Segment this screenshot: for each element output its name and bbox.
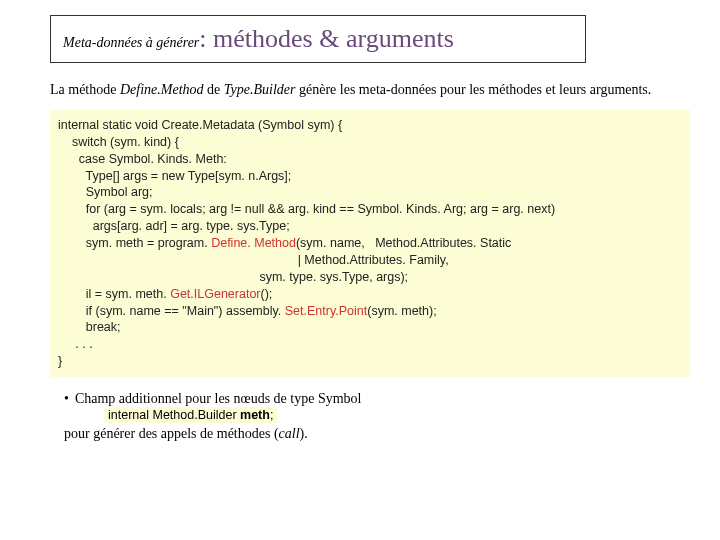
- code-l10: sym. type. sys.Type, args);: [58, 270, 408, 284]
- inline-c: ;: [270, 408, 273, 422]
- bullet-item: • Champ additionnel pour les nœuds de ty…: [64, 391, 690, 407]
- code-l1: internal static void Create.Metadata (Sy…: [58, 118, 342, 132]
- intro-m1: Define.Method: [120, 82, 204, 97]
- title-box: Meta-données à générer: méthodes & argum…: [50, 15, 586, 63]
- code-l8a: sym. meth = program.: [58, 236, 211, 250]
- code-l8b: Define. Method: [211, 236, 296, 250]
- intro-t2: de: [204, 82, 224, 97]
- bullet-after: pour générer des appels de méthodes (cal…: [64, 426, 690, 442]
- code-l14: . . .: [58, 337, 93, 351]
- code-block: internal static void Create.Metadata (Sy…: [50, 110, 690, 377]
- code-l11a: il = sym. meth.: [58, 287, 170, 301]
- inline-a: internal Method.Builder: [108, 408, 240, 422]
- code-l4: Type[] args = new Type[sym. n.Args];: [58, 169, 291, 183]
- after-b: call: [279, 426, 300, 441]
- code-l13: break;: [58, 320, 121, 334]
- code-l11c: ();: [261, 287, 273, 301]
- inline-b: meth: [240, 408, 270, 422]
- title-prefix: Meta-données à générer: [63, 35, 199, 50]
- title-main: méthodes & arguments: [213, 24, 454, 53]
- bullet-section: • Champ additionnel pour les nœuds de ty…: [64, 391, 690, 442]
- code-l12c: (sym. meth);: [367, 304, 436, 318]
- bullet-dot-icon: •: [64, 391, 69, 407]
- code-l2: switch (sym. kind) {: [58, 135, 179, 149]
- intro-paragraph: La méthode Define.Method de Type.Builder…: [50, 81, 690, 100]
- code-l9: | Method.Attributes. Family,: [58, 253, 449, 267]
- code-l8c: (sym. name, Method.Attributes. Static: [296, 236, 511, 250]
- code-l3: case Symbol. Kinds. Meth:: [58, 152, 227, 166]
- code-l12a: if (sym. name == "Main") assembly.: [58, 304, 285, 318]
- intro-m2: Type.Builder: [224, 82, 296, 97]
- after-a: pour générer des appels de méthodes (: [64, 426, 279, 441]
- code-l15: }: [58, 354, 62, 368]
- slide: Meta-données à générer: méthodes & argum…: [0, 0, 720, 457]
- code-l7: args[arg. adr] = arg. type. sys.Type;: [58, 219, 290, 233]
- code-l5: Symbol arg;: [58, 185, 152, 199]
- code-l6: for (arg = sym. locals; arg != null && a…: [58, 202, 555, 216]
- code-l11b: Get.ILGenerator: [170, 287, 260, 301]
- code-l12b: Set.Entry.Point: [285, 304, 367, 318]
- bullet-text: Champ additionnel pour les nœuds de type…: [75, 391, 362, 407]
- intro-t1: La méthode: [50, 82, 120, 97]
- inline-code: internal Method.Builder meth;: [104, 407, 277, 423]
- intro-t3: génère les meta-données pour les méthode…: [295, 82, 651, 97]
- after-c: ).: [300, 426, 308, 441]
- title-sep: :: [199, 24, 213, 53]
